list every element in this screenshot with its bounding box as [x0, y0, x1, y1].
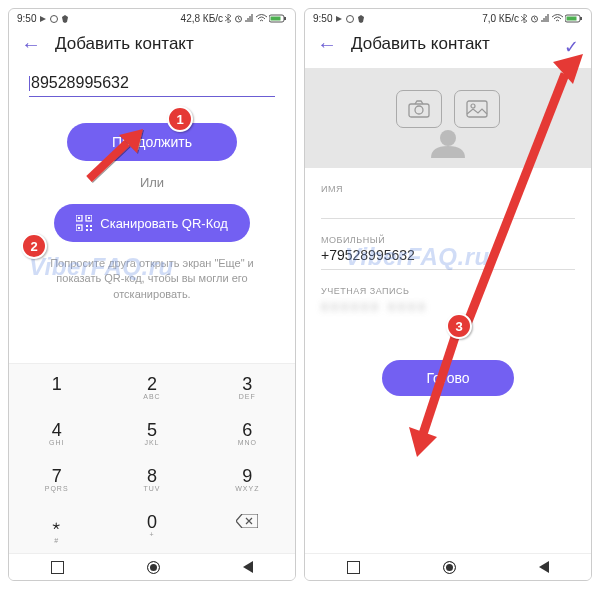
key-8[interactable]: 8TUV — [104, 456, 199, 502]
android-navbar — [9, 553, 295, 580]
svg-point-24 — [415, 106, 423, 114]
key-2[interactable]: 2ABC — [104, 364, 199, 410]
key-5[interactable]: 5JKL — [104, 410, 199, 456]
confirm-check-icon[interactable]: ✓ — [564, 36, 579, 58]
back-icon[interactable]: ← — [21, 34, 41, 54]
qr-button-label: Сканировать QR-Код — [100, 216, 227, 231]
name-label: ИМЯ — [321, 184, 575, 194]
net-speed: 42,8 КБ/с — [181, 13, 223, 24]
nav-back-icon[interactable] — [243, 561, 253, 573]
browser-icon — [50, 15, 58, 23]
annotation-badge-3: 3 — [446, 313, 472, 339]
gallery-button[interactable] — [454, 90, 500, 128]
account-field: УЧЕТНАЯ ЗАПИСЬ xxxxxx xxxx — [321, 286, 575, 320]
key-3[interactable]: 3DEF — [200, 364, 295, 410]
mobile-label: МОБИЛЬНЫЙ — [321, 235, 575, 245]
alarm-icon — [530, 14, 539, 23]
account-value: xxxxxx xxxx — [321, 298, 575, 314]
continue-button[interactable]: Продолжить — [67, 123, 237, 161]
nav-recent-icon[interactable] — [51, 561, 64, 574]
help-text: Попросите друга открыть экран "Еще" и по… — [37, 256, 267, 302]
svg-marker-17 — [336, 16, 342, 22]
name-field[interactable]: ИМЯ — [321, 184, 575, 219]
svg-rect-15 — [90, 229, 92, 231]
svg-rect-22 — [567, 17, 577, 21]
key-9[interactable]: 9WXYZ — [200, 456, 295, 502]
net-speed: 7,0 КБ/с — [482, 13, 519, 24]
key-1[interactable]: 1 — [9, 364, 104, 410]
signal-icon — [541, 14, 550, 23]
header: ← Добавить контакт ✓ — [305, 26, 591, 68]
svg-point-1 — [51, 15, 58, 22]
phone-left: 9:50 42,8 КБ/с ← Добавить контакт 895289… — [8, 8, 296, 581]
svg-rect-14 — [86, 229, 88, 231]
page-title: Добавить контакт — [351, 34, 490, 54]
key-backspace[interactable] — [200, 502, 295, 554]
svg-rect-25 — [467, 101, 487, 117]
back-icon[interactable]: ← — [317, 34, 337, 54]
svg-rect-4 — [284, 17, 286, 20]
svg-rect-12 — [86, 225, 88, 227]
header: ← Добавить контакт — [9, 26, 295, 68]
bluetooth-icon — [521, 14, 528, 23]
mobile-field[interactable]: МОБИЛЬНЫЙ +79528995632 — [321, 235, 575, 270]
status-bar: 9:50 42,8 КБ/с — [9, 9, 295, 26]
browser-icon — [346, 15, 354, 23]
svg-rect-5 — [271, 17, 281, 21]
wifi-icon — [256, 14, 267, 23]
svg-rect-11 — [78, 227, 80, 229]
phone-right: 9:50 7,0 КБ/с ← Добавить контакт ✓ — [304, 8, 592, 581]
wifi-icon — [552, 14, 563, 23]
key-4[interactable]: 4GHI — [9, 410, 104, 456]
phone-input-value: 89528995632 — [31, 74, 275, 92]
avatar-placeholder-icon — [423, 130, 473, 158]
android-navbar — [305, 553, 591, 580]
svg-rect-9 — [78, 217, 80, 219]
numeric-keypad: 1 2ABC 3DEF 4GHI 5JKL 6MNO 7PQRS 8TUV 9W… — [9, 363, 295, 554]
qr-icon — [76, 215, 92, 231]
key-0[interactable]: 0+ — [104, 502, 199, 554]
play-store-icon — [39, 15, 47, 23]
camera-icon — [408, 100, 430, 118]
svg-rect-13 — [90, 225, 92, 227]
nav-home-icon[interactable] — [443, 561, 456, 574]
phone-input[interactable]: 89528995632 — [29, 74, 275, 97]
annotation-badge-2: 2 — [21, 233, 47, 259]
key-star[interactable]: ﹡# — [9, 502, 104, 554]
svg-rect-10 — [88, 217, 90, 219]
svg-point-27 — [440, 130, 456, 146]
scan-qr-button[interactable]: Сканировать QR-Код — [54, 204, 249, 242]
gallery-icon — [466, 100, 488, 118]
key-7[interactable]: 7PQRS — [9, 456, 104, 502]
nav-home-icon[interactable] — [147, 561, 160, 574]
mobile-value: +79528995632 — [321, 247, 575, 263]
svg-point-26 — [471, 104, 475, 108]
svg-marker-0 — [40, 16, 46, 22]
key-6[interactable]: 6MNO — [200, 410, 295, 456]
signal-icon — [245, 14, 254, 23]
page-title: Добавить контакт — [55, 34, 194, 54]
account-label: УЧЕТНАЯ ЗАПИСЬ — [321, 286, 575, 296]
shield-icon — [357, 15, 365, 23]
svg-marker-29 — [409, 427, 437, 457]
nav-recent-icon[interactable] — [347, 561, 360, 574]
play-store-icon — [335, 15, 343, 23]
nav-back-icon[interactable] — [539, 561, 549, 573]
annotation-badge-1: 1 — [167, 106, 193, 132]
camera-button[interactable] — [396, 90, 442, 128]
svg-point-18 — [347, 15, 354, 22]
shield-icon — [61, 15, 69, 23]
done-button[interactable]: Готово — [382, 360, 514, 396]
name-value — [321, 196, 575, 212]
contact-photo-area — [305, 68, 591, 168]
or-divider: Или — [9, 175, 295, 190]
status-time: 9:50 — [313, 13, 332, 24]
status-bar: 9:50 7,0 КБ/с — [305, 9, 591, 26]
status-time: 9:50 — [17, 13, 36, 24]
battery-icon — [565, 14, 583, 23]
svg-rect-21 — [580, 17, 582, 20]
alarm-icon — [234, 14, 243, 23]
bluetooth-icon — [225, 14, 232, 23]
battery-icon — [269, 14, 287, 23]
